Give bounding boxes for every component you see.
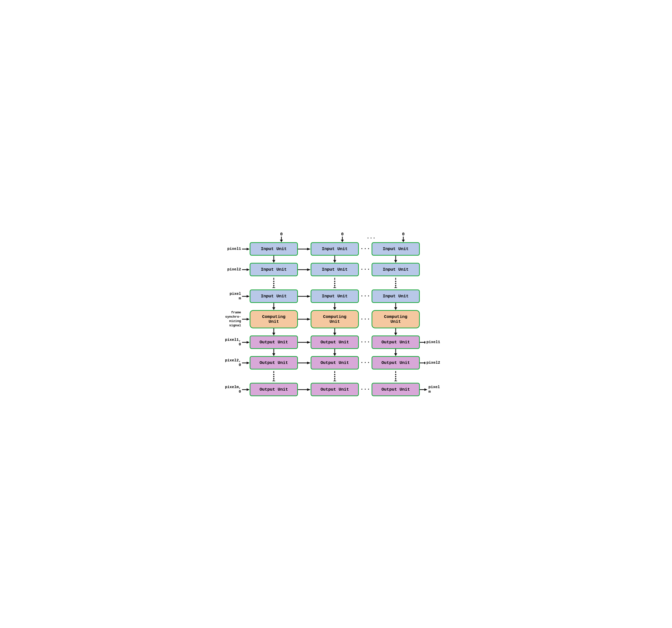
svg-marker-87 xyxy=(333,381,336,381)
h-dots-outm: ··· xyxy=(359,386,371,393)
computing-unit-c2: Computing Unit xyxy=(311,310,359,328)
svg-marker-67 xyxy=(333,353,336,356)
svg-marker-17 xyxy=(247,269,250,271)
h-arrow-r1-1 xyxy=(298,247,311,251)
right-label-pixel2: pixel2 xyxy=(420,360,440,365)
svg-point-33 xyxy=(395,281,397,282)
svg-marker-15 xyxy=(394,260,397,263)
svg-marker-13 xyxy=(333,260,336,263)
svg-marker-25 xyxy=(272,287,275,288)
svg-marker-43 xyxy=(272,307,275,310)
svg-marker-65 xyxy=(272,353,275,356)
svg-point-79 xyxy=(273,378,274,379)
h-dots-comp: ··· xyxy=(359,316,371,323)
svg-point-21 xyxy=(273,281,274,282)
h-dots-out2: ··· xyxy=(359,359,371,366)
label-pixel1: pixel1 xyxy=(224,247,250,251)
output-unit-r1-c2: Output Unit xyxy=(311,335,359,349)
svg-marker-81 xyxy=(272,381,275,381)
h-dots-out1: ··· xyxy=(359,339,371,345)
input-unit-r2-c2: Input Unit xyxy=(311,263,359,276)
h-arrow-out2-1 xyxy=(298,361,311,365)
svg-marker-39 xyxy=(247,295,250,298)
svg-marker-59 xyxy=(247,341,250,344)
input-unit-r2-c1: Input Unit xyxy=(250,263,298,276)
input-unit-rm-c2: Input Unit xyxy=(311,289,359,303)
svg-point-77 xyxy=(273,374,274,375)
svg-marker-63 xyxy=(424,341,425,344)
svg-point-28 xyxy=(334,283,335,284)
v-connector-2 xyxy=(224,303,440,310)
output-unit-r2-c1: Output Unit xyxy=(250,356,298,370)
svg-point-83 xyxy=(334,374,335,375)
output-unit-rm-c2: Output Unit xyxy=(311,383,359,396)
label-frame-sync: frame synchro- nizing signal xyxy=(224,310,250,328)
svg-point-23 xyxy=(273,285,274,286)
label-out-pixelm: pixelm, 0 xyxy=(224,385,250,394)
input-unit-r1-c2: Input Unit xyxy=(311,242,359,256)
v-connector-dots-1 xyxy=(224,276,440,289)
input-unit-r1-c3: Input Unit xyxy=(371,242,420,256)
top-label-2: 0 xyxy=(318,232,366,242)
row-input-1: pixel1 Input Unit Input Unit ··· Input U… xyxy=(224,242,440,256)
input-unit-r1-c1: Input Unit xyxy=(250,242,298,256)
svg-point-90 xyxy=(395,376,397,377)
row-computing: frame synchro- nizing signal Computing U… xyxy=(224,310,440,328)
svg-point-22 xyxy=(273,283,274,284)
right-label-pixelm: pixel m xyxy=(420,385,440,394)
input-unit-rm-c1: Input Unit xyxy=(250,289,298,303)
svg-marker-37 xyxy=(394,287,397,288)
svg-marker-41 xyxy=(307,295,311,298)
diagram-container: 0 0 ··· 0 pixel1 Input Uni xyxy=(224,232,448,396)
svg-point-85 xyxy=(334,378,335,379)
computing-unit-c1: Computing Unit xyxy=(250,310,298,328)
h-dots-rm: ··· xyxy=(359,293,371,299)
svg-marker-93 xyxy=(394,381,397,381)
top-label-3: 0 xyxy=(379,232,427,242)
svg-marker-47 xyxy=(394,307,397,310)
h-arrow-outm-1 xyxy=(298,388,311,392)
h-arrow-rm-1 xyxy=(298,294,311,298)
svg-point-84 xyxy=(334,376,335,377)
svg-marker-1 xyxy=(280,240,283,242)
row-input-2: pixel2 Input Unit Input Unit ··· Input U… xyxy=(224,263,440,276)
svg-marker-7 xyxy=(247,248,250,250)
label-out-pixel1: pixel1, 0 xyxy=(224,338,250,347)
h-dots-r1: ··· xyxy=(359,246,371,252)
h-dots-r2: ··· xyxy=(359,266,371,273)
svg-marker-71 xyxy=(247,362,250,364)
svg-marker-61 xyxy=(307,341,311,344)
svg-point-91 xyxy=(395,378,397,379)
output-unit-r1-c1: Output Unit xyxy=(250,335,298,349)
row-output-1: pixel1, 0 Output Unit Output Unit ··· Ou… xyxy=(224,335,440,349)
svg-marker-3 xyxy=(341,240,344,242)
svg-marker-31 xyxy=(333,287,336,288)
v-connector-3 xyxy=(224,328,440,335)
input-unit-rm-c3: Input Unit xyxy=(371,289,420,303)
svg-marker-75 xyxy=(424,362,425,364)
output-unit-rm-c1: Output Unit xyxy=(250,383,298,396)
svg-marker-53 xyxy=(272,333,275,335)
label-pixel2: pixel2 xyxy=(224,268,250,272)
v-connector-4 xyxy=(224,349,440,356)
h-arrow-comp-1 xyxy=(298,317,311,321)
h-arrow-out1-1 xyxy=(298,340,311,344)
svg-marker-69 xyxy=(394,353,397,356)
v-connector-1 xyxy=(224,256,440,263)
output-unit-rm-c3: Output Unit xyxy=(371,383,420,396)
top-labels-row: 0 0 ··· 0 xyxy=(224,232,448,242)
svg-marker-57 xyxy=(394,333,397,335)
row-output-m: pixelm, 0 Output Unit Output Unit ··· Ou… xyxy=(224,383,440,396)
svg-marker-97 xyxy=(307,388,311,391)
svg-marker-5 xyxy=(402,240,405,242)
output-unit-r2-c2: Output Unit xyxy=(311,356,359,370)
svg-marker-19 xyxy=(307,269,311,271)
svg-marker-9 xyxy=(307,248,311,250)
svg-marker-99 xyxy=(424,388,427,391)
svg-marker-45 xyxy=(333,307,336,310)
label-pixelm: pixel m xyxy=(224,292,250,301)
svg-point-89 xyxy=(395,374,397,375)
v-connector-dots-2 xyxy=(224,370,440,383)
svg-point-29 xyxy=(334,285,335,286)
h-arrow-r2-1 xyxy=(298,268,311,272)
